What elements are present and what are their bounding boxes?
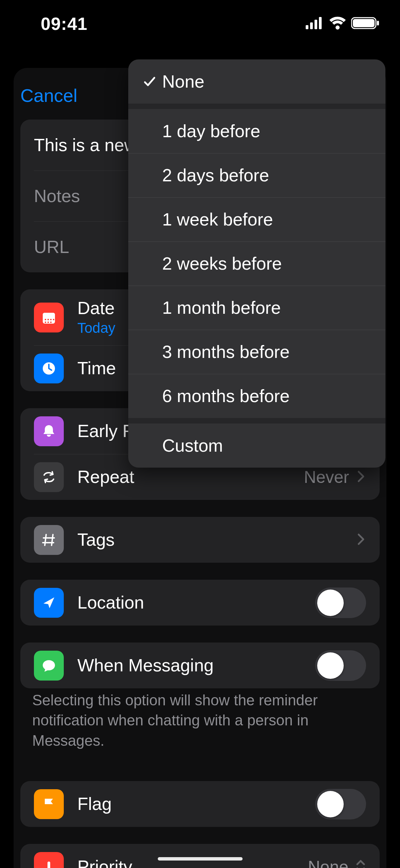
checkmark-icon (140, 75, 159, 88)
flag-toggle[interactable] (315, 789, 366, 819)
menu-option-label: 2 weeks before (162, 253, 282, 274)
svg-rect-8 (43, 313, 55, 316)
clock-icon (34, 354, 64, 383)
bell-icon (34, 416, 64, 446)
flag-label: Flag (77, 794, 315, 814)
cellular-icon (306, 17, 324, 31)
menu-option-1-week[interactable]: 1 week before (128, 197, 385, 241)
wifi-icon (329, 17, 346, 31)
menu-option-2-weeks[interactable]: 2 weeks before (128, 241, 385, 286)
location-group: Location (20, 580, 380, 626)
repeat-icon (34, 462, 64, 492)
svg-rect-1 (310, 22, 313, 29)
priority-value: None (308, 857, 348, 868)
early-reminder-menu: None 1 day before 2 days before 1 week b… (128, 59, 385, 468)
svg-point-10 (47, 319, 49, 320)
chevron-updown-icon (355, 858, 366, 868)
menu-option-label: 3 months before (162, 342, 290, 362)
menu-option-1-month[interactable]: 1 month before (128, 286, 385, 330)
svg-point-12 (53, 319, 54, 320)
menu-divider (128, 418, 385, 423)
menu-option-label: 1 day before (162, 121, 260, 141)
tags-group: Tags (20, 517, 380, 563)
status-bar: 09:41 (0, 0, 400, 48)
menu-divider (128, 104, 385, 109)
hash-icon (34, 525, 64, 555)
location-label: Location (77, 593, 315, 612)
menu-option-label: None (162, 71, 204, 92)
svg-point-11 (50, 319, 52, 320)
messaging-footer-note: Selecting this option will show the remi… (14, 690, 386, 767)
flag-row[interactable]: Flag (20, 781, 380, 827)
messaging-row[interactable]: When Messaging (20, 643, 380, 688)
menu-option-label: 2 days before (162, 165, 269, 185)
repeat-label: Repeat (77, 467, 304, 487)
tags-label: Tags (77, 530, 356, 549)
status-indicators (306, 17, 380, 31)
date-label: Date (77, 299, 115, 318)
menu-option-label: Custom (162, 435, 223, 456)
location-arrow-icon (34, 588, 64, 618)
menu-option-label: 1 month before (162, 297, 281, 318)
menu-option-label: 6 months before (162, 386, 290, 406)
chevron-right-icon (356, 468, 366, 486)
cancel-button[interactable]: Cancel (20, 85, 77, 106)
location-toggle[interactable] (315, 587, 366, 618)
messaging-group: When Messaging (20, 643, 380, 688)
svg-rect-5 (353, 19, 375, 27)
svg-point-15 (50, 321, 52, 323)
messaging-toggle[interactable] (315, 650, 366, 681)
menu-option-label: 1 week before (162, 209, 273, 230)
repeat-value: Never (304, 467, 349, 487)
svg-point-13 (45, 321, 46, 323)
menu-option-none[interactable]: None (128, 59, 385, 104)
status-time: 09:41 (41, 14, 88, 34)
svg-rect-17 (47, 862, 50, 868)
message-bubble-icon (34, 651, 64, 681)
flag-icon (34, 789, 64, 819)
menu-option-custom[interactable]: Custom (128, 423, 385, 468)
menu-option-3-months[interactable]: 3 months before (128, 330, 385, 374)
exclamation-icon (34, 852, 64, 868)
svg-point-9 (45, 319, 46, 320)
svg-rect-2 (315, 20, 317, 29)
location-row[interactable]: Location (20, 580, 380, 626)
chevron-right-icon (356, 531, 366, 549)
svg-rect-0 (306, 25, 308, 29)
svg-rect-3 (319, 17, 322, 29)
tags-row[interactable]: Tags (20, 517, 380, 563)
messaging-label: When Messaging (77, 656, 315, 675)
priority-row[interactable]: Priority None (20, 844, 380, 868)
menu-option-6-months[interactable]: 6 months before (128, 374, 385, 418)
calendar-icon (34, 303, 64, 332)
svg-point-14 (47, 321, 49, 323)
svg-rect-6 (377, 21, 379, 25)
battery-icon (351, 17, 380, 31)
menu-option-1-day[interactable]: 1 day before (128, 109, 385, 153)
menu-option-2-days[interactable]: 2 days before (128, 153, 385, 197)
flag-group: Flag (20, 781, 380, 827)
home-indicator[interactable] (158, 857, 243, 861)
priority-group: Priority None (20, 844, 380, 868)
date-value: Today (77, 320, 115, 336)
